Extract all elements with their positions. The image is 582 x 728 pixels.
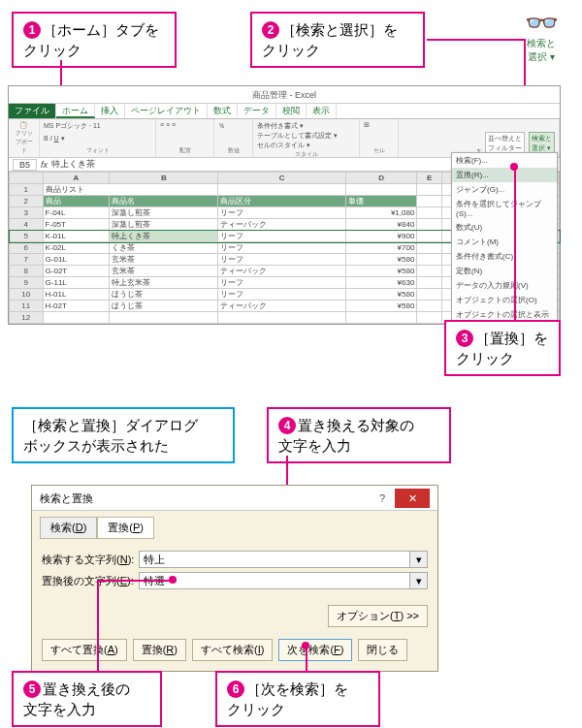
pointer-2h <box>427 39 524 41</box>
help-button[interactable]: ? <box>370 489 395 508</box>
excel-titlebar: 商品管理 - Excel <box>9 86 560 104</box>
menu-valid[interactable]: データの入力規則(V) <box>452 278 557 293</box>
dialog-title: 検索と置換 <box>40 486 93 511</box>
menu-special[interactable]: 条件を選択してジャンプ(S)... <box>452 197 557 220</box>
close-button[interactable]: 閉じる <box>358 639 407 661</box>
tab-data[interactable]: データ <box>238 104 276 118</box>
options-button[interactable]: オプション(T) >> <box>328 605 428 627</box>
find-select-large-icon: 👓 検索と 選択 ▾ <box>512 10 570 64</box>
paste-icon[interactable]: 📋 <box>13 121 35 129</box>
callout-num-1: 1 <box>23 21 41 39</box>
pointer-5 <box>97 580 99 671</box>
binoculars-icon: 👓 <box>512 10 570 37</box>
menu-condfmt[interactable]: 条件付き書式(C) <box>452 249 557 264</box>
tab-file[interactable]: ファイル <box>9 104 56 118</box>
fx-icon[interactable]: fx <box>41 160 48 170</box>
pointer-6 <box>306 648 307 673</box>
ribbon-align-label: 配置 <box>160 146 210 155</box>
ribbon-clipboard-label: クリップボード <box>13 129 35 155</box>
find-all-button[interactable]: すべて検索(I) <box>192 639 273 661</box>
callout-num-6: 6 <box>227 681 244 698</box>
menu-const[interactable]: 定数(N) <box>452 264 557 278</box>
menu-objsel[interactable]: オブジェクトの選択(O) <box>452 293 557 307</box>
pointer-dot-3 <box>510 163 518 171</box>
menu-replace[interactable]: 置換(R)... <box>452 168 557 182</box>
pointer-3 <box>514 167 516 322</box>
pointer-5h <box>97 580 171 582</box>
find-replace-dialog: 検索と置換 ? ✕ 検索(D)置換(P) 検索する文字列(N): ▾ 置換後の文… <box>31 485 438 672</box>
tab-formula[interactable]: 数式 <box>208 104 238 118</box>
namebox[interactable]: B5 <box>13 159 37 171</box>
close-icon[interactable]: ✕ <box>395 489 430 508</box>
format-table-button[interactable]: テーブルとして書式設定 ▾ <box>257 131 355 141</box>
callout-text-6: ［次を検索］を クリック <box>227 681 348 717</box>
find-label: 検索する文字列(N): <box>42 553 139 567</box>
callout-num-2: 2 <box>262 21 279 39</box>
formula-value[interactable]: 特上くき茶 <box>51 158 95 171</box>
callout-2: 2［検索と選択］を クリック <box>250 12 425 68</box>
tab-insert[interactable]: 挿入 <box>95 104 125 118</box>
ribbon-tabbar: ファイル ホーム 挿入 ページレイアウト 数式 データ 校閲 表示 <box>9 104 560 119</box>
dialog-tab-replace[interactable]: 置換(P) <box>97 517 154 539</box>
callout-num-3: 3 <box>456 330 473 347</box>
font-name[interactable]: MS Pゴシック <box>44 122 87 129</box>
ribbon-font-label: フォント <box>44 146 151 155</box>
font-size[interactable]: 11 <box>93 122 101 129</box>
replace-dropdown[interactable]: ▾ <box>410 572 428 589</box>
replace-input[interactable] <box>139 572 410 589</box>
pointer-dot-6 <box>302 642 309 649</box>
callout-text-1: ［ホーム］タブを クリック <box>23 21 159 58</box>
callout-num-5: 5 <box>23 681 41 698</box>
callout-text-4: 置き換える対象の 文字を入力 <box>278 417 414 454</box>
find-input[interactable] <box>139 551 410 568</box>
find-next-button[interactable]: 次を検索(F) <box>278 639 352 661</box>
callout-text-2: ［検索と選択］を クリック <box>262 21 398 58</box>
find-select-menu: 検索(F)... 置換(R)... ジャンプ(G)... 条件を選択してジャンプ… <box>451 152 558 332</box>
cond-format-button[interactable]: 条件付き書式 ▾ <box>257 121 355 131</box>
menu-comment[interactable]: コメント(M) <box>452 235 557 249</box>
dialog-tab-find[interactable]: 検索(D) <box>40 517 97 539</box>
replace-button[interactable]: 置換(R) <box>133 639 186 661</box>
menu-find[interactable]: 検索(F)... <box>452 153 557 168</box>
ribbon-styles-label: スタイル <box>257 150 355 159</box>
pointer-dot-5 <box>169 576 177 584</box>
callout-info-text: ［検索と置換］ダイアログ ボックスが表示された <box>23 417 198 454</box>
menu-jump[interactable]: ジャンプ(G)... <box>452 182 557 197</box>
tab-home[interactable]: ホーム <box>56 104 95 118</box>
find-dropdown[interactable]: ▾ <box>410 551 428 568</box>
tab-page-layout[interactable]: ページレイアウト <box>125 104 208 118</box>
find-select-label: 検索と 選択 ▾ <box>512 37 570 64</box>
replace-all-button[interactable]: すべて置換(A) <box>42 639 127 661</box>
callout-1: 1［ホーム］タブを クリック <box>12 12 177 68</box>
tab-review[interactable]: 校閲 <box>276 104 307 118</box>
ribbon-cells-label: セル <box>364 146 394 155</box>
callout-3: 3［置換］を クリック <box>444 320 561 376</box>
callout-5: 5置き換え後の 文字を入力 <box>12 671 162 727</box>
tab-view[interactable]: 表示 <box>307 104 337 118</box>
menu-formula[interactable]: 数式(U) <box>452 220 557 235</box>
ribbon-number-label: 数値 <box>218 146 248 155</box>
callout-info: ［検索と置換］ダイアログ ボックスが表示された <box>12 407 235 463</box>
callout-6: 6［次を検索］を クリック <box>215 671 380 727</box>
callout-num-4: 4 <box>278 417 296 434</box>
cell-style-button[interactable]: セルのスタイル ▾ <box>257 141 355 150</box>
excel-window: 商品管理 - Excel ファイル ホーム 挿入 ページレイアウト 数式 データ… <box>8 85 561 325</box>
callout-4: 4置き換える対象の 文字を入力 <box>267 407 451 463</box>
list-title: 商品リスト <box>43 184 218 196</box>
